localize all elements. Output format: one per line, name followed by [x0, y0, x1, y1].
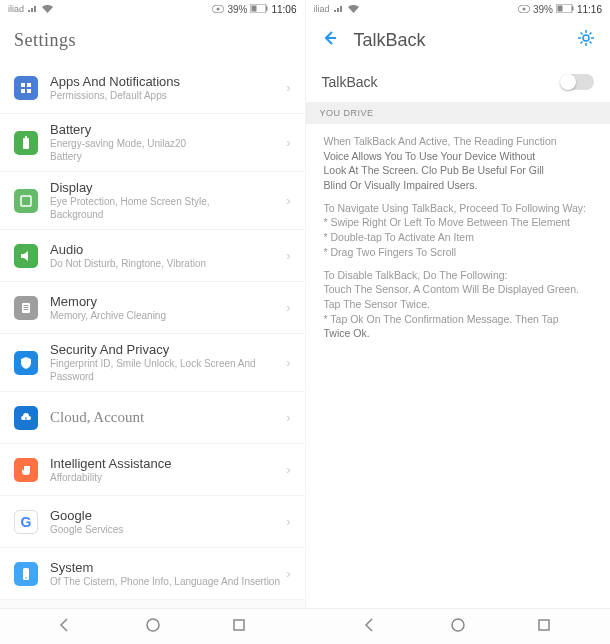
item-title: Apps And Notifications — [50, 74, 286, 89]
chevron-right-icon: › — [286, 248, 290, 263]
back-button[interactable] — [320, 28, 340, 52]
nav-back-button[interactable] — [364, 617, 380, 637]
chevron-right-icon: › — [286, 514, 290, 529]
memory-icon — [14, 296, 38, 320]
eye-comfort-icon — [212, 4, 224, 15]
talkback-description: When TalkBack And Active, The Reading Fu… — [306, 124, 611, 359]
svg-rect-22 — [557, 5, 562, 11]
chevron-right-icon: › — [286, 300, 290, 315]
svg-rect-15 — [24, 309, 29, 310]
clock: 11:16 — [577, 4, 602, 15]
nav-home-button[interactable] — [450, 617, 466, 637]
chevron-right-icon: › — [286, 462, 290, 477]
item-title: Display — [50, 180, 286, 195]
shield-icon — [14, 351, 38, 375]
svg-point-19 — [522, 7, 525, 10]
battery-menu-icon — [14, 131, 38, 155]
item-sub: Fingerprint ID, Smile Unlock, Lock Scree… — [50, 357, 286, 383]
svg-rect-10 — [25, 136, 27, 138]
item-title: Intelligent Assistance — [50, 456, 286, 471]
signal-icon — [334, 4, 344, 15]
google-icon: G — [14, 510, 38, 534]
section-header: YOU DRIVE — [306, 102, 611, 124]
wifi-icon — [42, 4, 53, 15]
battery-percent: 39% — [533, 4, 553, 15]
settings-item-assistance[interactable]: Intelligent Assistance Affordability › — [0, 444, 305, 496]
talkback-toggle[interactable] — [560, 74, 594, 90]
svg-rect-11 — [21, 196, 31, 206]
svg-rect-5 — [21, 83, 25, 87]
item-sub: Affordability — [50, 471, 286, 484]
item-title: Audio — [50, 242, 286, 257]
audio-icon — [14, 244, 38, 268]
status-bar: iliad 39% 11:06 — [0, 0, 305, 18]
svg-rect-8 — [27, 89, 31, 93]
chevron-right-icon: › — [286, 193, 290, 208]
clock: 11:06 — [271, 4, 296, 15]
item-sub: Energy-saving Mode, Unilaz20 — [50, 137, 286, 150]
item-sub2: Battery — [50, 150, 286, 163]
settings-item-system[interactable]: System Of The Cistern, Phone Info, Langu… — [0, 548, 305, 600]
navigation-bar — [0, 608, 610, 644]
svg-rect-9 — [23, 138, 29, 149]
settings-item-memory[interactable]: Memory Memory, Archive Cleaning › — [0, 282, 305, 334]
eye-comfort-icon — [518, 4, 530, 15]
settings-header: Settings — [0, 18, 305, 62]
apps-icon — [14, 76, 38, 100]
carrier-label: iliad — [314, 4, 330, 14]
svg-rect-25 — [234, 620, 244, 630]
settings-item-security[interactable]: Security And Privacy Fingerprint ID, Smi… — [0, 334, 305, 392]
chevron-right-icon: › — [286, 355, 290, 370]
item-title: Cloud, Account — [50, 409, 286, 426]
svg-rect-7 — [21, 89, 25, 93]
svg-rect-14 — [24, 307, 29, 308]
item-title: Security And Privacy — [50, 342, 286, 357]
item-title: Memory — [50, 294, 286, 309]
svg-point-1 — [217, 7, 220, 10]
settings-item-cloud[interactable]: Cloud, Account › — [0, 392, 305, 444]
item-sub: Do Not Disturb, Ringtone, Vibration — [50, 257, 286, 270]
hand-icon — [14, 458, 38, 482]
item-sub: Memory, Archive Cleaning — [50, 309, 286, 322]
svg-rect-4 — [252, 5, 257, 11]
cloud-icon — [14, 406, 38, 430]
settings-item-battery[interactable]: Battery Energy-saving Mode, Unilaz20 Bat… — [0, 114, 305, 172]
svg-point-17 — [25, 577, 27, 579]
page-title: Settings — [14, 30, 76, 51]
settings-gear-button[interactable] — [576, 28, 596, 52]
settings-item-audio[interactable]: Audio Do Not Disturb, Ringtone, Vibratio… — [0, 230, 305, 282]
nav-back-button[interactable] — [59, 617, 75, 637]
settings-item-google[interactable]: G Google Google Services › — [0, 496, 305, 548]
settings-item-apps[interactable]: Apps And Notifications Permissions, Defa… — [0, 62, 305, 114]
carrier-label: iliad — [8, 4, 24, 14]
status-bar: iliad 39% 11:16 — [306, 0, 611, 18]
chevron-right-icon: › — [286, 410, 290, 425]
settings-item-display[interactable]: Display Eye Protection, Home Screen Styl… — [0, 172, 305, 230]
display-icon — [14, 189, 38, 213]
wifi-icon — [348, 4, 359, 15]
system-icon — [14, 562, 38, 586]
talkback-toggle-row: TalkBack — [306, 62, 611, 102]
item-title: Google — [50, 508, 286, 523]
svg-rect-27 — [539, 620, 549, 630]
nav-recent-button[interactable] — [232, 618, 246, 636]
settings-list[interactable]: Apps And Notifications Permissions, Defa… — [0, 62, 305, 608]
nav-home-button[interactable] — [145, 617, 161, 637]
item-sub: Google Services — [50, 523, 286, 536]
battery-icon — [556, 4, 574, 15]
svg-point-26 — [452, 619, 464, 631]
nav-recent-button[interactable] — [537, 618, 551, 636]
svg-point-23 — [583, 35, 589, 41]
item-sub2: Background — [50, 208, 286, 221]
battery-percent: 39% — [227, 4, 247, 15]
signal-icon — [28, 4, 38, 15]
item-sub: Eye Protection, Home Screen Style, — [50, 195, 286, 208]
item-sub: Permissions, Default Apps — [50, 89, 286, 102]
svg-rect-21 — [572, 6, 574, 10]
item-title: Battery — [50, 122, 286, 137]
item-title: System — [50, 560, 286, 575]
svg-rect-6 — [27, 83, 31, 87]
svg-rect-3 — [266, 6, 268, 10]
page-title: TalkBack — [354, 30, 426, 51]
svg-point-24 — [147, 619, 159, 631]
